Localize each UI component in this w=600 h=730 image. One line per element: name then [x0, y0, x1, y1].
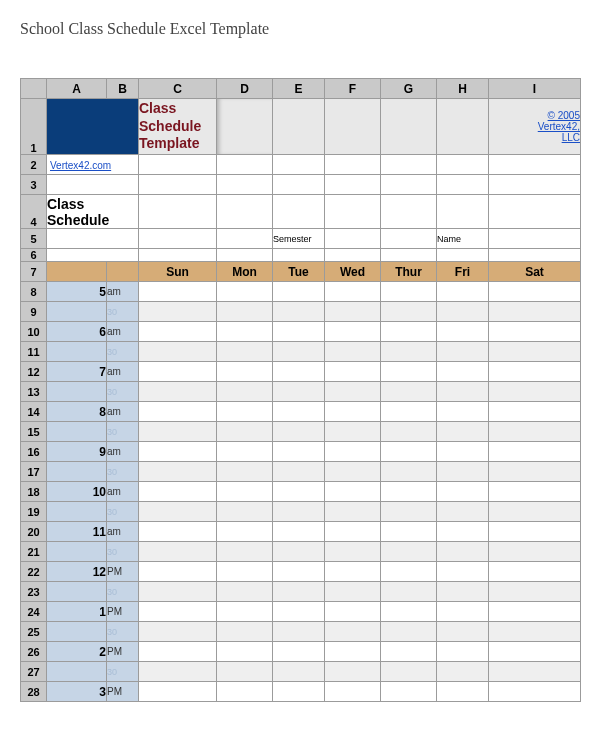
slot-fri[interactable] [437, 662, 489, 682]
slot-sat[interactable] [489, 382, 581, 402]
slot-tue[interactable] [273, 502, 325, 522]
row-head-3[interactable]: 3 [21, 175, 47, 195]
row-head[interactable]: 23 [21, 582, 47, 602]
slot-sun[interactable] [139, 542, 217, 562]
cell-I6[interactable] [489, 249, 581, 262]
slot-fri[interactable] [437, 402, 489, 422]
cell-G3[interactable] [381, 175, 437, 195]
hour-cell[interactable]: 7 [47, 362, 107, 382]
slot-sat[interactable] [489, 662, 581, 682]
ampm-cell[interactable]: am [107, 522, 139, 542]
slot-fri[interactable] [437, 542, 489, 562]
slot-wed[interactable] [325, 422, 381, 442]
slot-sat[interactable] [489, 442, 581, 462]
slot-thur[interactable] [381, 482, 437, 502]
slot-fri[interactable] [437, 282, 489, 302]
ampm-cell[interactable]: 30 [107, 662, 139, 682]
row-head-6[interactable]: 6 [21, 249, 47, 262]
slot-sat[interactable] [489, 362, 581, 382]
ampm-cell[interactable]: 30 [107, 582, 139, 602]
slot-tue[interactable] [273, 322, 325, 342]
day-head-thur[interactable]: Thur [381, 262, 437, 282]
col-head-B[interactable]: B [107, 79, 139, 99]
slot-fri[interactable] [437, 422, 489, 442]
slot-mon[interactable] [217, 422, 273, 442]
hour-cell[interactable] [47, 422, 107, 442]
slot-mon[interactable] [217, 322, 273, 342]
hour-cell[interactable]: 8 [47, 402, 107, 422]
slot-thur[interactable] [381, 542, 437, 562]
slot-sat[interactable] [489, 322, 581, 342]
slot-sun[interactable] [139, 482, 217, 502]
ampm-cell[interactable]: PM [107, 562, 139, 582]
slot-mon[interactable] [217, 442, 273, 462]
slot-sun[interactable] [139, 582, 217, 602]
slot-sun[interactable] [139, 362, 217, 382]
slot-mon[interactable] [217, 682, 273, 702]
cell-vertex42-link[interactable]: Vertex42.com [47, 155, 139, 175]
row-head[interactable]: 15 [21, 422, 47, 442]
slot-wed[interactable] [325, 582, 381, 602]
slot-tue[interactable] [273, 522, 325, 542]
day-head-tue[interactable]: Tue [273, 262, 325, 282]
row-head[interactable]: 22 [21, 562, 47, 582]
slot-sat[interactable] [489, 462, 581, 482]
cell-C2[interactable] [139, 155, 217, 175]
slot-fri[interactable] [437, 482, 489, 502]
cell-I5[interactable] [489, 229, 581, 249]
cell-E4[interactable] [273, 195, 325, 229]
hour-cell[interactable]: 5 [47, 282, 107, 302]
ampm-cell[interactable]: am [107, 362, 139, 382]
slot-fri[interactable] [437, 362, 489, 382]
day-head-sat[interactable]: Sat [489, 262, 581, 282]
slot-tue[interactable] [273, 402, 325, 422]
col-head-C[interactable]: C [139, 79, 217, 99]
slot-thur[interactable] [381, 422, 437, 442]
slot-wed[interactable] [325, 662, 381, 682]
slot-sat[interactable] [489, 602, 581, 622]
row-head[interactable]: 19 [21, 502, 47, 522]
slot-wed[interactable] [325, 562, 381, 582]
slot-thur[interactable] [381, 442, 437, 462]
row-head[interactable]: 9 [21, 302, 47, 322]
slot-tue[interactable] [273, 342, 325, 362]
hour-cell[interactable] [47, 622, 107, 642]
slot-sat[interactable] [489, 562, 581, 582]
slot-fri[interactable] [437, 642, 489, 662]
cell-F3[interactable] [325, 175, 381, 195]
slot-thur[interactable] [381, 622, 437, 642]
slot-sun[interactable] [139, 682, 217, 702]
slot-thur[interactable] [381, 522, 437, 542]
slot-wed[interactable] [325, 362, 381, 382]
cell-H1[interactable] [437, 99, 489, 155]
slot-sat[interactable] [489, 302, 581, 322]
slot-fri[interactable] [437, 522, 489, 542]
hour-cell[interactable] [47, 462, 107, 482]
ampm-cell[interactable]: 30 [107, 462, 139, 482]
slot-tue[interactable] [273, 282, 325, 302]
slot-thur[interactable] [381, 682, 437, 702]
slot-fri[interactable] [437, 382, 489, 402]
slot-fri[interactable] [437, 502, 489, 522]
ampm-cell[interactable]: am [107, 282, 139, 302]
cell-D2[interactable] [217, 155, 273, 175]
slot-tue[interactable] [273, 442, 325, 462]
slot-fri[interactable] [437, 582, 489, 602]
slot-thur[interactable] [381, 562, 437, 582]
slot-thur[interactable] [381, 582, 437, 602]
slot-mon[interactable] [217, 302, 273, 322]
ampm-cell[interactable]: 30 [107, 382, 139, 402]
slot-wed[interactable] [325, 342, 381, 362]
slot-sun[interactable] [139, 402, 217, 422]
slot-wed[interactable] [325, 482, 381, 502]
day-head-blank-A[interactable] [47, 262, 107, 282]
slot-tue[interactable] [273, 362, 325, 382]
slot-sun[interactable] [139, 342, 217, 362]
cell-D5[interactable] [217, 229, 273, 249]
slot-sat[interactable] [489, 522, 581, 542]
day-head-fri[interactable]: Fri [437, 262, 489, 282]
slot-tue[interactable] [273, 682, 325, 702]
cell-E2[interactable] [273, 155, 325, 175]
row-head[interactable]: 18 [21, 482, 47, 502]
slot-mon[interactable] [217, 642, 273, 662]
